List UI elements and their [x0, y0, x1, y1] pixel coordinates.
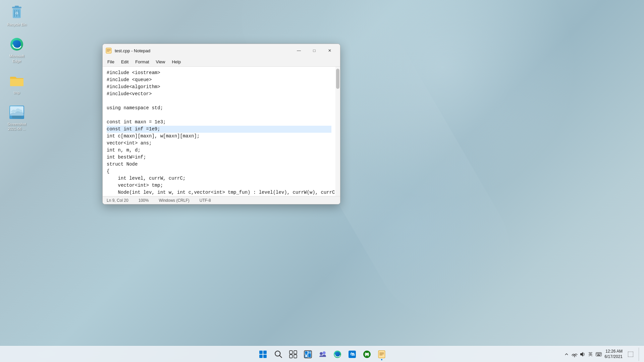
svg-rect-29	[308, 353, 311, 357]
svg-rect-46	[598, 353, 599, 354]
edge-taskbar-icon	[333, 350, 341, 358]
xbox-button[interactable]	[360, 348, 374, 361]
svg-rect-27	[308, 351, 311, 352]
notification-icon	[628, 352, 633, 357]
menu-help[interactable]: Help	[169, 59, 183, 65]
tmp-folder-label: tmp	[14, 90, 20, 95]
menu-format[interactable]: Format	[132, 59, 152, 65]
screenshot-label: Screenshot 2021-06 ...	[5, 122, 29, 131]
task-view-button[interactable]	[286, 348, 300, 361]
tray-icons: 英	[563, 351, 602, 358]
tmp-folder-icon[interactable]: tmp	[3, 71, 30, 96]
menu-view[interactable]: View	[153, 59, 168, 65]
xbox-icon	[363, 350, 371, 358]
maximize-button[interactable]: □	[307, 45, 322, 56]
svg-rect-21	[289, 351, 292, 354]
tray-lang[interactable]: 英	[587, 351, 594, 358]
taskbar: 🛍	[0, 346, 644, 362]
network-icon	[572, 351, 578, 357]
show-desktop-button[interactable]	[639, 348, 641, 361]
svg-rect-24	[294, 355, 297, 358]
clock-time: 12:26 AM	[605, 349, 623, 354]
title-bar: test.cpp - Notepad — □ ✕	[103, 44, 340, 57]
system-clock[interactable]: 12:26 AM 6/17/2021	[605, 349, 623, 359]
notepad-taskbar-button[interactable]	[375, 348, 388, 361]
svg-rect-18	[263, 355, 267, 358]
notification-button[interactable]	[625, 348, 636, 361]
scrollbar-thumb[interactable]	[336, 69, 339, 89]
menu-edit[interactable]: Edit	[118, 59, 131, 65]
svg-rect-10	[12, 116, 21, 118]
svg-rect-26	[305, 351, 308, 354]
notepad-icon-svg	[106, 48, 112, 54]
recycle-bin-icon[interactable]: ♻ Recycle Bin	[3, 3, 30, 28]
svg-rect-16	[263, 351, 267, 354]
svg-rect-48	[600, 353, 601, 354]
store-icon: 🛍	[348, 350, 356, 358]
svg-rect-15	[259, 351, 263, 354]
widgets-button[interactable]	[301, 348, 315, 361]
tray-sound[interactable]	[579, 351, 586, 358]
notepad-window-icon	[105, 47, 112, 54]
notepad-taskbar-icon	[378, 350, 386, 358]
svg-marker-42	[580, 352, 583, 357]
svg-rect-49	[597, 354, 597, 355]
search-icon	[274, 350, 282, 358]
svg-rect-28	[305, 355, 308, 357]
search-button[interactable]	[272, 348, 285, 361]
svg-point-41	[574, 356, 575, 357]
recycle-bin-image: ♻	[9, 5, 25, 21]
zoom-level: 100%	[139, 198, 149, 203]
editor-content[interactable]: #include <iostream>#include <queue>#incl…	[103, 67, 335, 196]
encoding: UTF-8	[200, 198, 211, 203]
widgets-icon	[304, 350, 312, 358]
svg-line-20	[279, 355, 282, 358]
screenshot-svg	[9, 106, 24, 119]
recycle-bin-svg: ♻	[10, 5, 23, 20]
svg-rect-52	[597, 355, 600, 356]
svg-text:🛍: 🛍	[350, 352, 355, 357]
folder-svg	[9, 75, 24, 87]
screenshot-icon[interactable]: Screenshot 2021-06 ...	[3, 103, 30, 133]
notepad-title: test.cpp - Notepad	[115, 48, 291, 53]
svg-point-31	[323, 351, 326, 354]
scrollbar-track[interactable]	[335, 67, 340, 196]
editor-area[interactable]: #include <iostream>#include <queue>#incl…	[103, 67, 340, 196]
edge-svg	[10, 38, 23, 51]
start-button[interactable]	[256, 347, 270, 362]
svg-rect-44	[596, 353, 597, 354]
menu-bar: File Edit Format View Help	[103, 57, 340, 67]
tray-chevron[interactable]	[563, 351, 570, 358]
svg-rect-53	[628, 352, 633, 357]
chat-button[interactable]	[316, 348, 329, 361]
svg-rect-1	[15, 6, 19, 7]
recycle-bin-label: Recycle Bin	[7, 22, 26, 27]
chat-icon	[319, 350, 327, 358]
svg-rect-50	[598, 354, 599, 355]
close-button[interactable]: ✕	[322, 45, 337, 56]
svg-rect-11	[106, 48, 111, 53]
taskbar-center: 🛍	[256, 347, 388, 362]
minimize-button[interactable]: —	[291, 45, 307, 56]
svg-rect-47	[599, 353, 600, 354]
store-button[interactable]: 🛍	[345, 348, 359, 361]
status-bar: Ln 9, Col 20 100% Windows (CRLF) UTF-8	[103, 196, 340, 204]
desktop-icons: ♻ Recycle Bin	[3, 3, 30, 133]
svg-point-36	[366, 353, 368, 355]
svg-rect-37	[378, 351, 385, 358]
menu-file[interactable]: File	[105, 59, 117, 65]
title-bar-controls: — □ ✕	[291, 45, 337, 56]
svg-line-3	[14, 10, 15, 17]
cursor-position: Ln 9, Col 20	[107, 198, 128, 203]
svg-rect-22	[294, 351, 297, 354]
desktop: ♻ Recycle Bin	[0, 0, 644, 362]
svg-rect-23	[289, 355, 292, 358]
keyboard-icon	[596, 352, 602, 356]
edge-image	[9, 36, 25, 52]
edge-taskbar-button[interactable]	[331, 348, 344, 361]
svg-line-5	[19, 10, 19, 17]
tray-keyboard[interactable]	[595, 351, 602, 358]
start-icon	[259, 350, 267, 358]
tray-network[interactable]	[571, 351, 578, 358]
edge-desktop-icon[interactable]: Microsoft Edge	[3, 35, 30, 65]
